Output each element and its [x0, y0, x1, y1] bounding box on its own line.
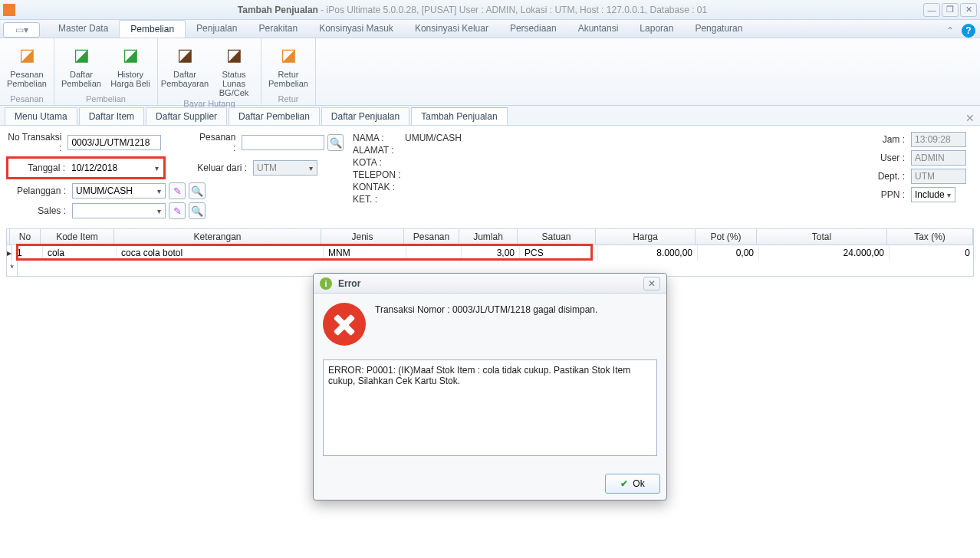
dialog-detail[interactable]	[323, 359, 657, 456]
ribbon-retur-pembelian[interactable]: ◪ReturPembelian	[266, 40, 311, 93]
menu-pembelian[interactable]: Pembelian	[119, 20, 186, 38]
pelanggan-label: Pelanggan :	[6, 185, 69, 196]
jam-value	[911, 132, 966, 147]
col-satuan[interactable]: Satuan	[518, 229, 596, 245]
ribbon-history-harga-beli[interactable]: ◪HistoryHarga Beli	[108, 40, 153, 93]
pelanggan-dropdown-icon[interactable]: ▾	[153, 185, 164, 197]
col-jenis[interactable]: Jenis	[321, 229, 404, 245]
package-icon: ◪	[69, 43, 94, 67]
cell[interactable]: 1	[12, 245, 43, 261]
tab-daftar-pembelian[interactable]: Daftar Pembelian	[229, 107, 320, 125]
tab-daftar-penjualan[interactable]: Daftar Penjualan	[321, 107, 409, 125]
cell[interactable]: 3,00	[462, 245, 520, 261]
col-pot[interactable]: Pot (%)	[696, 229, 757, 245]
grid-row[interactable]: ▸ 1colacoca cola botolMNM3,00PCS8.000,00…	[7, 245, 973, 261]
dialog-ok-label: Ok	[633, 478, 644, 489]
menu-laporan[interactable]: Laporan	[629, 20, 684, 38]
row-cursor-icon: ▸	[7, 245, 12, 261]
info-kontak-key: KONTAK :	[353, 181, 405, 193]
tab-daftar-supplier[interactable]: Daftar Supplier	[146, 107, 227, 125]
cell[interactable]: 8.000,00	[598, 245, 698, 261]
ribbon-tool-label: PesananPembelian	[7, 70, 47, 88]
col-kodeitem[interactable]: Kode Item	[41, 229, 114, 245]
no-transaksi-label: No Transaksi :	[6, 132, 64, 153]
ribbon-tool-label: DaftarPembayaran	[161, 70, 209, 88]
menu-master-data[interactable]: Master Data	[48, 20, 119, 38]
user-label: User :	[874, 153, 908, 163]
jam-label: Jam :	[874, 134, 908, 145]
cell[interactable]: PCS	[520, 245, 598, 261]
tanggal-dropdown-icon[interactable]: ▾	[151, 162, 162, 174]
ribbon-group-bayar-hutang: ◪DaftarPembayaran◪StatusLunas BG/CekBaya…	[158, 38, 261, 105]
title-bar: Tambah Penjualan - iPos Ultimate 5.0.0.2…	[0, 0, 980, 20]
dialog-title-bar[interactable]: i Error ✕	[314, 274, 666, 294]
dialog-close-icon[interactable]: ✕	[643, 277, 660, 290]
menu-persediaan[interactable]: Persediaan	[499, 20, 567, 38]
document-tabs: Menu UtamaDaftar ItemDaftar SupplierDaft…	[0, 106, 980, 126]
ribbon-group-label: Pesanan	[5, 93, 49, 105]
pesanan-input[interactable]	[242, 135, 324, 150]
error-dialog: i Error ✕ Transaksi Nomor : 0003/JL/UTM/…	[313, 273, 667, 501]
view-toggle[interactable]: ▭▾	[3, 22, 40, 38]
cell[interactable]: cola	[43, 245, 117, 261]
tab-daftar-item[interactable]: Daftar Item	[79, 107, 144, 125]
col-tax[interactable]: Tax (%)	[887, 229, 973, 245]
no-transaksi-input[interactable]	[67, 135, 161, 150]
cell[interactable]: coca cola botol	[117, 245, 324, 261]
tab-close-icon[interactable]: ✕	[963, 111, 977, 125]
cell[interactable]	[406, 245, 462, 261]
ppn-dropdown-icon[interactable]: ▾	[943, 189, 954, 201]
tab-menu-utama[interactable]: Menu Utama	[5, 107, 77, 125]
window-title: Tambah Penjualan - iPos Ultimate 5.0.0.2…	[21, 5, 923, 15]
sales-form: No Transaksi : Pesanan : 🔍 Tanggal : ▾ K…	[0, 126, 980, 228]
pelanggan-input[interactable]	[72, 183, 166, 199]
pesanan-label: Pesanan :	[196, 132, 238, 153]
sales-input[interactable]	[72, 203, 166, 218]
menu-pengaturan[interactable]: Pengaturan	[684, 20, 753, 38]
check-icon: ✔	[620, 478, 628, 489]
menu-perakitan[interactable]: Perakitan	[248, 20, 308, 38]
menu-penjualan[interactable]: Penjualan	[186, 20, 248, 38]
close-button[interactable]: ✕	[960, 3, 977, 17]
menu-konsinyasi-keluar[interactable]: Konsinyasi Keluar	[404, 20, 499, 38]
ribbon-pesanan-pembelian[interactable]: ◪PesananPembelian	[5, 40, 49, 93]
cell[interactable]: MNM	[324, 245, 406, 261]
sales-dropdown-icon[interactable]: ▾	[153, 205, 164, 217]
col-jumlah[interactable]: Jumlah	[459, 229, 518, 245]
cell[interactable]: 0	[890, 245, 975, 261]
app-icon	[3, 4, 15, 16]
info-nama-key: NAMA :	[353, 132, 405, 144]
col-harga[interactable]: Harga	[596, 229, 696, 245]
restore-button[interactable]: ❐	[942, 3, 959, 17]
tanggal-input[interactable]	[68, 160, 151, 176]
pelanggan-edit-icon[interactable]: ✎	[169, 182, 186, 199]
cell[interactable]: 0,00	[698, 245, 759, 261]
ribbon-daftar-pembayaran[interactable]: ◪DaftarPembayaran	[163, 40, 207, 97]
pelanggan-search-icon[interactable]: 🔍	[189, 182, 206, 199]
col-keterangan[interactable]: Keterangan	[114, 229, 321, 245]
col-pesanan[interactable]: Pesanan	[404, 229, 459, 245]
ribbon-group-label: Pembelian	[59, 93, 153, 105]
help-icon[interactable]: ?	[962, 24, 975, 38]
menu-akuntansi[interactable]: Akuntansi	[567, 20, 630, 38]
info-ket-key: KET. :	[353, 193, 405, 205]
sales-search-icon[interactable]: 🔍	[189, 202, 206, 219]
cell[interactable]: 24.000,00	[759, 245, 890, 261]
user-value	[911, 150, 966, 166]
ribbon-daftar-pembelian[interactable]: ◪DaftarPembelian	[59, 40, 104, 93]
collapse-ribbon-icon[interactable]: ⌃	[943, 24, 957, 38]
pesanan-search-icon[interactable]: 🔍	[327, 134, 344, 151]
info-nama-val: UMUM/CASH	[405, 133, 462, 143]
ribbon-status-lunas-bg/cek[interactable]: ◪StatusLunas BG/Cek	[212, 40, 256, 97]
minimize-button[interactable]: —	[923, 3, 940, 17]
keluar-dropdown-icon[interactable]: ▾	[305, 162, 316, 174]
col-no[interactable]: No	[10, 229, 41, 245]
ribbon-tool-label: StatusLunas BG/Cek	[212, 70, 256, 97]
dept-value	[911, 169, 966, 184]
col-total[interactable]: Total	[757, 229, 887, 245]
info-kota-key: KOTA :	[353, 156, 405, 169]
tab-tambah-penjualan[interactable]: Tambah Penjualan	[411, 107, 507, 125]
dialog-ok-button[interactable]: ✔ Ok	[605, 474, 660, 494]
menu-konsinyasi-masuk[interactable]: Konsinyasi Masuk	[308, 20, 404, 38]
sales-edit-icon[interactable]: ✎	[169, 202, 186, 219]
